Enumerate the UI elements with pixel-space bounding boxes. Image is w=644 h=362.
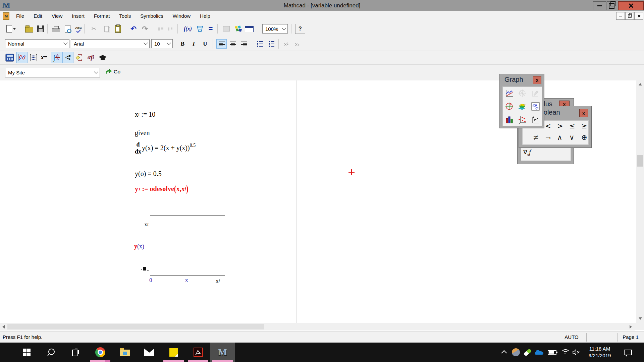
close-button[interactable]: [618, 1, 644, 10]
boolean-palette-button[interactable]: < ≠≥: [62, 52, 73, 63]
symbolic-palette-button[interactable]: [97, 52, 108, 63]
math-region-ode-equation[interactable]: d dx y(x) = 2(x + y(x)) 0.5: [135, 141, 196, 155]
plot-x-axis-end-label[interactable]: xf: [216, 278, 220, 284]
restore-button[interactable]: [607, 1, 616, 10]
tray-pill-button[interactable]: [523, 343, 532, 362]
menu-window[interactable]: Window: [168, 13, 195, 19]
redo-button[interactable]: ↷: [140, 24, 150, 34]
math-region-odesolve-error[interactable]: y1 := odesolve ( x,xf ): [135, 185, 188, 193]
font-size-select[interactable]: 10: [151, 39, 173, 48]
scroll-up-button[interactable]: [636, 80, 644, 88]
align-left-button[interactable]: [216, 39, 227, 49]
polar-plot-button[interactable]: [503, 100, 516, 113]
vertical-scroll-thumb[interactable]: [637, 155, 643, 167]
mail-button[interactable]: [137, 343, 161, 362]
underline-button[interactable]: U: [200, 39, 210, 49]
greater-equal-button[interactable]: ≥: [581, 122, 587, 130]
3d-bar-plot-button[interactable]: [503, 113, 516, 126]
less-than-button[interactable]: <: [545, 122, 551, 130]
spell-check-button[interactable]: ABC: [73, 24, 84, 34]
action-center-button[interactable]: [621, 343, 635, 362]
search-button[interactable]: [39, 343, 63, 362]
file-explorer-button[interactable]: [112, 343, 137, 362]
task-view-button[interactable]: [63, 343, 88, 362]
xy-plot-region[interactable]: [150, 216, 225, 276]
tray-battery-button[interactable]: [547, 343, 557, 362]
insert-component-button[interactable]: [221, 24, 231, 34]
go-button[interactable]: Go: [105, 68, 120, 75]
math-region-given-keyword[interactable]: given: [135, 129, 150, 137]
xy-plot-button[interactable]: [503, 87, 516, 100]
acrobat-button[interactable]: [186, 343, 210, 362]
plot-y-axis-expression[interactable]: y (x): [134, 243, 144, 250]
calculator-palette-button[interactable]: [4, 52, 15, 63]
tray-overflow-button[interactable]: [500, 343, 509, 362]
less-equal-button[interactable]: ≤: [569, 122, 575, 130]
menu-symbolics[interactable]: Symbolics: [136, 13, 168, 19]
graph-palette[interactable]: Graph x: [499, 74, 544, 128]
sticky-notes-button[interactable]: [161, 343, 186, 362]
horizontal-scrollbar[interactable]: [0, 323, 635, 330]
tray-onedrive-button[interactable]: [534, 343, 544, 362]
copy-button[interactable]: [101, 24, 111, 34]
menu-insert[interactable]: Insert: [67, 13, 89, 19]
tray-clock[interactable]: 11:18 AM 9/21/2019: [583, 343, 616, 362]
save-button[interactable]: [36, 24, 46, 34]
superscript-button[interactable]: x²: [281, 39, 291, 49]
plot-placeholder-cursor[interactable]: [143, 267, 146, 270]
plot-y-axis-top-label[interactable]: xf: [136, 221, 149, 228]
scroll-right-button[interactable]: [627, 323, 634, 330]
greater-than-button[interactable]: >: [557, 122, 563, 130]
graph-palette-close-button[interactable]: x: [533, 76, 541, 84]
subscript-button[interactable]: x₂: [292, 39, 303, 49]
mathcad-taskbar-button[interactable]: M: [210, 343, 235, 362]
tray-weather-button[interactable]: [511, 343, 521, 362]
align-center-button[interactable]: [227, 39, 238, 49]
minimize-button[interactable]: [593, 1, 606, 10]
math-region-initial-condition[interactable]: y(o) = 0.5: [135, 170, 162, 178]
new-dropdown-button[interactable]: [12, 24, 17, 34]
vertical-scrollbar[interactable]: [636, 80, 644, 323]
menu-format[interactable]: Format: [89, 13, 115, 19]
3d-scatter-plot-button[interactable]: [516, 113, 529, 126]
scroll-left-button[interactable]: [0, 323, 7, 330]
zoom-plot-disabled-button[interactable]: [529, 87, 542, 100]
chrome-button[interactable]: [88, 343, 112, 362]
print-preview-button[interactable]: [62, 24, 72, 34]
paste-button[interactable]: [113, 24, 123, 34]
surface-plot-button[interactable]: [516, 100, 529, 113]
menu-help[interactable]: Help: [195, 13, 215, 19]
plot-x-axis-zero-label[interactable]: 0: [149, 277, 152, 284]
not-equal-button[interactable]: ≠: [533, 133, 539, 141]
graph-palette-button[interactable]: [16, 52, 28, 63]
tray-wifi-button[interactable]: [560, 343, 570, 362]
font-select[interactable]: Arial: [71, 39, 150, 48]
or-button[interactable]: ∨: [569, 133, 574, 141]
calculate-button[interactable]: =: [206, 24, 216, 34]
math-region-xf-definition[interactable]: xf := 10: [135, 111, 155, 118]
bold-button[interactable]: B: [177, 39, 188, 49]
greek-palette-button[interactable]: αβ: [85, 52, 96, 63]
insert-data-button[interactable]: [233, 24, 243, 34]
open-button[interactable]: [24, 24, 34, 34]
evaluation-palette-button[interactable]: x=: [39, 52, 50, 63]
horizontal-scroll-thumb[interactable]: [7, 324, 264, 329]
menu-tools[interactable]: Tools: [114, 13, 136, 19]
italic-button[interactable]: I: [189, 39, 199, 49]
plot-x-axis-variable-label[interactable]: x: [185, 277, 188, 284]
style-select[interactable]: Normal: [5, 39, 69, 48]
contour-plot-button[interactable]: [529, 100, 542, 113]
gradient-operator-button[interactable]: ∇xf: [523, 148, 531, 157]
boolean-palette-close-button[interactable]: x: [579, 109, 588, 117]
align-right-button[interactable]: [239, 39, 249, 49]
menu-file[interactable]: File: [11, 13, 29, 19]
child-restore-button[interactable]: [625, 12, 634, 20]
insert-unit-button[interactable]: [195, 24, 205, 34]
not-button[interactable]: ¬: [545, 133, 551, 141]
polar-plot-disabled-button[interactable]: [516, 87, 529, 100]
help-button[interactable]: ?: [295, 24, 305, 34]
calculus-palette-button[interactable]: ∫ dydx: [51, 52, 62, 63]
cut-button[interactable]: ✂: [89, 24, 99, 34]
insert-function-button[interactable]: f(x): [183, 24, 193, 34]
child-close-button[interactable]: [634, 12, 643, 20]
